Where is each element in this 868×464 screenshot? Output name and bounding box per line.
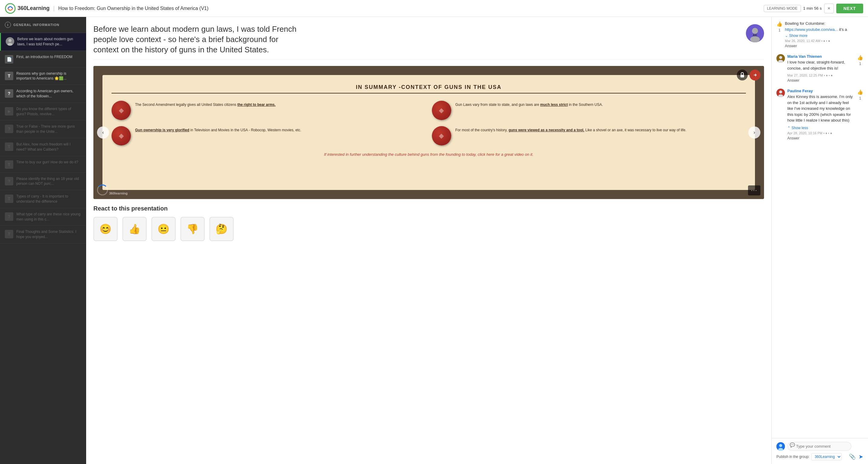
slide-lock-icon[interactable]: [737, 69, 748, 81]
lesson-header: Before we learn about modern gun laws, I…: [93, 24, 764, 60]
slide-next-button[interactable]: ›: [748, 126, 761, 139]
comment-input-area: 💬 Publish in the group: 360Learning 📎 ➤: [772, 438, 868, 464]
comment-meta-bowling: Mar 26, 2020, 11:42 AM • ♦ • ●: [785, 39, 863, 42]
sidebar-item-11[interactable]: ? What type of carry are these nice youn…: [0, 208, 86, 226]
right-sidebar: 👍 1 Bowling for Columbine: https://www.y…: [771, 17, 868, 464]
react-emoji-3[interactable]: 😐: [151, 217, 176, 241]
react-emoji-5[interactable]: 🤔: [210, 217, 234, 241]
comment-meta-pauline: Apr 28, 2020, 10:16 PM • ♦ • ●: [776, 131, 863, 135]
sidebar-item-icon-8: T: [5, 160, 13, 169]
sidebar-item-12[interactable]: T Final Thoughts and Some Statistics: I …: [0, 226, 86, 243]
current-user-avatar: [776, 442, 785, 451]
sidebar-item-10[interactable]: T Types of carry - It is important to un…: [0, 190, 86, 208]
sidebar-item-4[interactable]: ? According to American gun owners, whic…: [0, 85, 86, 103]
topbar-right: LEARNING MODE 1 min 56 s × NEXT: [764, 4, 863, 13]
comment-link-bowling[interactable]: https://www.youtube.com/wa...: [785, 27, 838, 32]
like-button-maria[interactable]: 👍: [857, 55, 863, 60]
attach-button[interactable]: 📎: [849, 454, 856, 460]
sidebar-item-6[interactable]: ? True or False - There are more guns th…: [0, 120, 86, 138]
sidebar-item-icon-7: T: [5, 142, 13, 151]
sidebar-item-icon-10: T: [5, 195, 13, 203]
timer-min-label: min: [807, 6, 813, 10]
sidebar-item-2[interactable]: 📄 First, an introduction to FREEDOM: [0, 51, 86, 67]
slide-grid: The Second Amendment legally gives all U…: [112, 101, 746, 145]
react-emoji-2[interactable]: 👍: [122, 217, 147, 241]
info-icon: i: [5, 22, 11, 28]
sidebar-item-3[interactable]: T Reasons why gun ownership is important…: [0, 67, 86, 85]
sidebar-item-text-8: Time to buy our gun! How do we do it?: [16, 160, 78, 165]
comment-input-avatar: [776, 442, 785, 451]
next-button[interactable]: NEXT: [836, 4, 863, 13]
comment-body-bowling: Bowling for Columbine: https://www.youtu…: [785, 21, 863, 32]
sidebar-item-text-5: Do you know the different types of guns?…: [16, 107, 81, 117]
svg-text:AK: AK: [753, 34, 757, 37]
comment-action-bowling[interactable]: Answer: [785, 44, 863, 48]
sidebar-item-icon-1: [6, 37, 14, 46]
show-less-toggle[interactable]: ⌃ Show less: [787, 126, 863, 130]
show-more-toggle[interactable]: ⌄ Show more: [785, 34, 863, 38]
close-button[interactable]: ×: [824, 4, 834, 13]
loading-overlay: [97, 184, 108, 195]
react-emoji-4[interactable]: 👎: [180, 217, 205, 241]
comment-body-maria: I love how clear, straight-forward, conc…: [787, 59, 855, 71]
sidebar: i GENERAL INFORMATION Before we learn ab…: [0, 17, 86, 464]
comment-author-pauline: Pauline Feray: [787, 89, 813, 93]
sidebar-item-icon-4: ?: [5, 89, 13, 98]
arrow-right-icon: [752, 72, 758, 78]
timer-sec: 56: [814, 6, 818, 10]
svg-point-0: [5, 4, 15, 13]
slide-cell-3: Gun ownership is very glorified in Telev…: [112, 126, 426, 145]
comment-meta-maria: Mar 27, 2020, 12:25 PM • ♦ • ●: [776, 74, 863, 77]
publish-group: Publish in the group: 360Learning: [776, 453, 842, 460]
sidebar-item-text-10: Types of carry - It is important to unde…: [16, 194, 81, 204]
like-count-maria: 1: [859, 62, 861, 66]
avatar-pauline: [776, 89, 785, 97]
wax-seal-4: [432, 126, 451, 145]
timer-min: 1: [803, 6, 805, 10]
wax-seal-2: [432, 101, 451, 120]
avatar-img-pauline: [776, 89, 785, 97]
comment-maria: Maria Van Thienen I love how clear, stra…: [776, 54, 863, 83]
topbar-title: How to Freedom: Gun Ownership in the Uni…: [58, 6, 209, 11]
react-emoji-1[interactable]: 😊: [93, 217, 118, 241]
comment-input[interactable]: [787, 442, 851, 451]
separator: |: [53, 5, 55, 11]
like-button-pauline[interactable]: 👍: [857, 89, 863, 95]
svg-point-5: [752, 28, 758, 34]
svg-point-6: [750, 36, 760, 42]
slide-cell-2: Gun Laws vary from state to state, and g…: [432, 101, 746, 120]
timer: 1 min 56 s: [803, 6, 822, 10]
react-title: React to this presentation: [93, 205, 764, 212]
comment-pauline: Pauline Feray Alex Kinney this is awesom…: [776, 89, 863, 140]
topbar: 360Learning | How to Freedom: Gun Owners…: [0, 0, 868, 17]
slide-prev-button[interactable]: ‹: [97, 126, 109, 139]
lock-icon: [740, 72, 745, 78]
comment-action-maria[interactable]: Answer: [776, 78, 863, 83]
sidebar-item-1[interactable]: Before we learn about modern gun laws, I…: [0, 33, 86, 51]
three-dots-button[interactable]: ···: [748, 185, 761, 195]
like-button-bowling[interactable]: 👍: [776, 21, 782, 27]
sidebar-item-5[interactable]: ▶ Do you know the different types of gun…: [0, 103, 86, 121]
comment-action-pauline[interactable]: Answer: [776, 136, 863, 140]
chevron-down-icon: ⌄: [785, 34, 788, 38]
show-more-label: Show more: [789, 34, 808, 38]
logo: 360Learning: [5, 3, 50, 14]
sidebar-item-text-6: True or False - There are more guns than…: [16, 124, 81, 134]
slide-cell-text-4: For most of the country's history, guns …: [456, 126, 686, 133]
sidebar-item-icon-3: T: [5, 72, 13, 80]
lesson-title: Before we learn about modern gun laws, I…: [93, 24, 299, 55]
sidebar-item-7[interactable]: T But Alex, how much freedom will I need…: [0, 138, 86, 156]
topbar-left: 360Learning | How to Freedom: Gun Owners…: [5, 3, 209, 14]
sidebar-item-icon-5: ▶: [5, 107, 13, 116]
react-section: React to this presentation 😊 👍 😐 👎 🤔: [93, 205, 764, 241]
sidebar-item-8[interactable]: T Time to buy our gun! How do we do it?: [0, 156, 86, 173]
send-button[interactable]: ➤: [859, 454, 863, 460]
show-less-label: Show less: [792, 126, 808, 130]
publish-select[interactable]: 360Learning: [811, 453, 842, 460]
avatar-maria: [776, 54, 785, 63]
sidebar-item-text-11: What type of carry are these nice young …: [16, 212, 81, 222]
svg-point-13: [779, 90, 782, 93]
sidebar-item-9[interactable]: ? Please identify the thing an 18 year o…: [0, 173, 86, 191]
svg-point-2: [8, 39, 11, 42]
slide-next-arrow-icon[interactable]: [749, 69, 761, 81]
